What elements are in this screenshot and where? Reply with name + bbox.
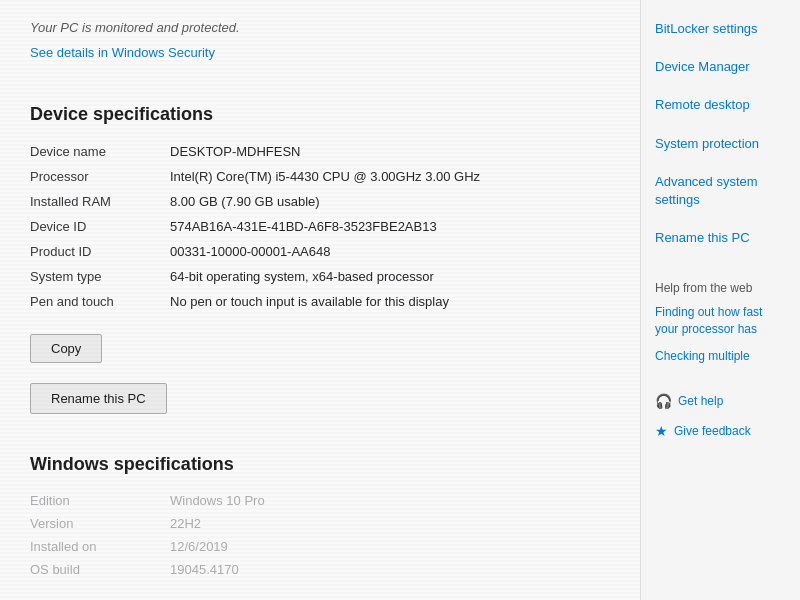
spec-value: DESKTOP-MDHFESN	[170, 139, 610, 164]
table-row: Installed RAM 8.00 GB (7.90 GB usable)	[30, 189, 610, 214]
spec-value: 64-bit operating system, x64-based proce…	[170, 264, 610, 289]
table-row: System type 64-bit operating system, x64…	[30, 264, 610, 289]
windows-specs-title: Windows specifications	[30, 454, 610, 475]
sidebar-action-give-feedback[interactable]: ★Give feedback	[641, 416, 800, 446]
table-row: Device ID 574AB16A-431E-41BD-A6F8-3523FB…	[30, 214, 610, 239]
table-row: Pen and touch No pen or touch input is a…	[30, 289, 610, 314]
get-help-label: Get help	[678, 394, 723, 408]
table-row: Edition Windows 10 Pro	[30, 489, 610, 512]
help-from-web-label: Help from the web	[641, 273, 800, 299]
table-row: Product ID 00331-10000-00001-AA648	[30, 239, 610, 264]
help-link-checking-multiple[interactable]: Checking multiple	[641, 343, 800, 370]
spec-value: 12/6/2019	[170, 535, 610, 558]
help-link-finding-out[interactable]: Finding out how fast your processor has	[641, 299, 800, 343]
sidebar-action-get-help[interactable]: 🎧Get help	[641, 386, 800, 416]
spec-label: System type	[30, 264, 170, 289]
spec-label: Device name	[30, 139, 170, 164]
sidebar-item-advanced-system[interactable]: Advanced system settings	[641, 163, 800, 219]
table-row: Installed on 12/6/2019	[30, 535, 610, 558]
device-specs-title: Device specifications	[30, 104, 610, 125]
windows-specs-table: Edition Windows 10 Pro Version 22H2 Inst…	[30, 489, 610, 581]
spec-label: Processor	[30, 164, 170, 189]
rename-pc-button[interactable]: Rename this PC	[30, 383, 167, 414]
table-row: Version 22H2	[30, 512, 610, 535]
sidebar: BitLocker settingsDevice ManagerRemote d…	[640, 0, 800, 600]
table-row: Device name DESKTOP-MDHFESN	[30, 139, 610, 164]
table-row: OS build 19045.4170	[30, 558, 610, 581]
sidebar-item-device-manager[interactable]: Device Manager	[641, 48, 800, 86]
spec-value: 8.00 GB (7.90 GB usable)	[170, 189, 610, 214]
spec-value: 00331-10000-00001-AA648	[170, 239, 610, 264]
sidebar-item-bitlocker[interactable]: BitLocker settings	[641, 10, 800, 48]
spec-label: Edition	[30, 489, 170, 512]
give-feedback-icon: ★	[655, 423, 668, 439]
spec-label: Version	[30, 512, 170, 535]
sidebar-item-remote-desktop[interactable]: Remote desktop	[641, 86, 800, 124]
spec-label: Pen and touch	[30, 289, 170, 314]
spec-value: 19045.4170	[170, 558, 610, 581]
spec-value: Intel(R) Core(TM) i5-4430 CPU @ 3.00GHz …	[170, 164, 610, 189]
spec-value: No pen or touch input is available for t…	[170, 289, 610, 314]
spec-label: Installed on	[30, 535, 170, 558]
sidebar-item-rename-pc[interactable]: Rename this PC	[641, 219, 800, 257]
spec-value: 574AB16A-431E-41BD-A6F8-3523FBE2AB13	[170, 214, 610, 239]
sidebar-item-system-protection[interactable]: System protection	[641, 125, 800, 163]
spec-label: Product ID	[30, 239, 170, 264]
copy-button[interactable]: Copy	[30, 334, 102, 363]
spec-value: Windows 10 Pro	[170, 489, 610, 512]
spec-label: Device ID	[30, 214, 170, 239]
get-help-icon: 🎧	[655, 393, 672, 409]
give-feedback-label: Give feedback	[674, 424, 751, 438]
spec-label: Installed RAM	[30, 189, 170, 214]
device-specs-table: Device name DESKTOP-MDHFESN Processor In…	[30, 139, 610, 314]
table-row: Processor Intel(R) Core(TM) i5-4430 CPU …	[30, 164, 610, 189]
spec-value: 22H2	[170, 512, 610, 535]
spec-label: OS build	[30, 558, 170, 581]
security-notice: Your PC is monitored and protected.	[30, 20, 610, 35]
security-link[interactable]: See details in Windows Security	[30, 45, 215, 60]
